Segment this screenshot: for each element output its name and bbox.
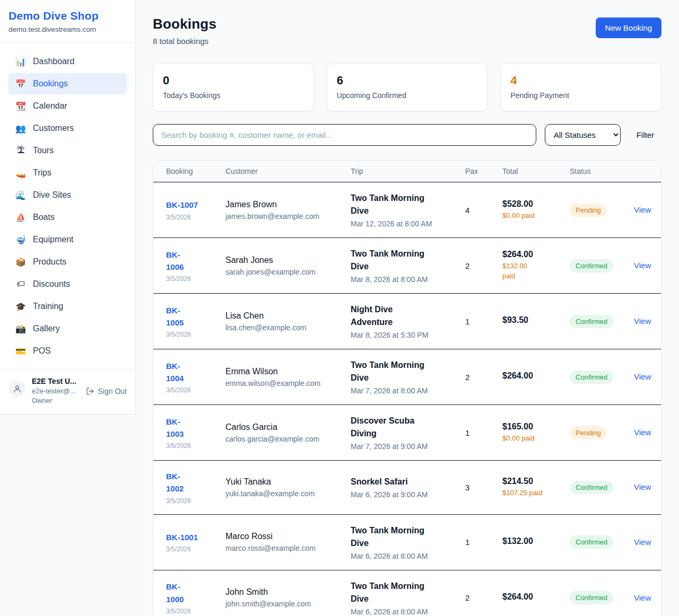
booking-id-link[interactable]: BK-1004 <box>166 360 225 385</box>
user-icon <box>13 384 22 393</box>
view-link[interactable]: View <box>634 538 651 547</box>
sidebar-item-label: Customers <box>33 124 74 133</box>
column-header-trip: Trip <box>351 167 465 175</box>
sidebar-item-boats[interactable]: ⛵ Boats <box>8 207 127 228</box>
sidebar-item-icon: 🚤 <box>15 168 26 178</box>
sidebar-item-bookings[interactable]: 📅 Bookings <box>8 73 127 94</box>
status-badge: Confirmed <box>570 371 613 384</box>
bookings-table: Booking Customer Trip Pax Total Status B… <box>153 160 661 616</box>
booking-id-link[interactable]: BK-1001 <box>166 531 225 543</box>
status-badge: Confirmed <box>570 259 613 272</box>
search-input[interactable] <box>153 124 536 146</box>
booking-cell: BK-1007 3/5/2026 <box>166 199 225 221</box>
booking-id-link[interactable]: BK-1002 <box>166 470 225 495</box>
stat-label: Today's Bookings <box>163 91 304 100</box>
new-booking-button[interactable]: New Booking <box>596 17 661 38</box>
total-amount: $264.00 <box>502 371 570 381</box>
sign-out-icon <box>86 387 94 395</box>
sidebar-nav: 📊 Dashboard 📅 Bookings 📆 Calendar 👥 Cust… <box>0 42 135 369</box>
booking-date: 3/5/2026 <box>166 497 225 505</box>
view-link[interactable]: View <box>634 316 651 325</box>
status-badge: Confirmed <box>570 535 613 549</box>
stat-value: 6 <box>337 74 478 87</box>
trip-datetime: Mar 6, 2026 at 9:00 AM <box>351 490 465 499</box>
sidebar-item-dashboard[interactable]: 📊 Dashboard <box>8 51 127 72</box>
sidebar-item-label: Discounts <box>33 279 70 289</box>
table-body: BK-1007 3/5/2026 James Brown james.brown… <box>153 182 661 616</box>
status-cell: Confirmed <box>570 259 634 272</box>
sidebar-item-trips[interactable]: 🚤 Trips <box>8 162 127 183</box>
booking-id-link[interactable]: BK-1005 <box>166 304 225 329</box>
total-amount: $132.00 <box>502 536 570 546</box>
customer-name: Yuki Tanaka <box>225 477 351 487</box>
customer-cell: Carlos Garcia carlos.garcia@example.com <box>225 423 351 443</box>
booking-cell: BK-1005 3/5/2026 <box>166 304 225 339</box>
booking-id-link[interactable]: BK-1006 <box>166 249 225 274</box>
paid-amount: $0.00 paid <box>502 211 570 221</box>
total-amount: $264.00 <box>502 592 570 602</box>
status-cell: Confirmed <box>570 535 634 549</box>
pax-cell: 2 <box>465 373 502 382</box>
sidebar-item-products[interactable]: 📦 Products <box>8 251 127 272</box>
pax-cell: 1 <box>465 317 502 326</box>
customer-name: Carlos Garcia <box>225 423 351 432</box>
sidebar-item-label: Dashboard <box>33 57 74 66</box>
sidebar-item-pos[interactable]: 💳 POS <box>8 340 127 362</box>
avatar <box>8 380 25 397</box>
customer-email: marco.rossi@example.com <box>225 544 351 552</box>
view-link[interactable]: View <box>634 372 651 381</box>
sign-out-button[interactable]: Sign Out <box>86 387 127 395</box>
view-link[interactable]: View <box>634 261 651 270</box>
sidebar-item-icon: 🌊 <box>15 190 26 200</box>
total-cell: $93.50 <box>502 315 570 327</box>
sidebar-item-icon: 🤿 <box>15 235 26 245</box>
filter-button[interactable]: Filter <box>629 126 661 144</box>
status-cell: Pending <box>570 426 634 439</box>
total-amount: $528.00 <box>502 199 570 209</box>
status-filter-select[interactable]: All Statuses <box>545 124 621 146</box>
user-name: E2E Test U... <box>32 377 80 385</box>
view-link[interactable]: View <box>634 428 651 437</box>
customer-email: john.smith@example.com <box>225 600 351 608</box>
trip-name: Discover Scuba Diving <box>351 415 433 440</box>
pax-cell: 1 <box>465 428 502 437</box>
trip-cell: Two Tank Morning Dive Mar 8, 2026 at 8:0… <box>351 248 465 284</box>
status-cell: Pending <box>570 204 634 217</box>
table-row: BK-1002 3/5/2026 Yuki Tanaka yuki.tanaka… <box>153 461 661 515</box>
column-header-booking: Booking <box>166 167 225 175</box>
sidebar-item-training[interactable]: 🎓 Training <box>8 296 127 317</box>
status-badge: Confirmed <box>570 315 613 328</box>
total-amount: $264.00 <box>502 250 570 259</box>
customer-name: Emma Wilson <box>225 367 351 376</box>
sidebar-item-label: POS <box>33 346 51 356</box>
sidebar-item-tours[interactable]: 🏝 Tours <box>8 140 127 161</box>
table-row: BK-1006 3/5/2026 Sarah Jones sarah.jones… <box>153 238 661 294</box>
booking-id-link[interactable]: BK-1007 <box>166 199 225 211</box>
total-cell: $264.00 <box>502 371 570 383</box>
sidebar-item-gallery[interactable]: 📸 Gallery <box>8 318 127 339</box>
customer-cell: Yuki Tanaka yuki.tanaka@example.com <box>225 477 351 498</box>
status-cell: Confirmed <box>570 591 634 604</box>
trip-datetime: Mar 8, 2026 at 5:30 PM <box>351 331 465 339</box>
booking-date: 3/5/2026 <box>166 442 225 450</box>
sidebar-item-customers[interactable]: 👥 Customers <box>8 118 127 139</box>
sidebar-item-equipment[interactable]: 🤿 Equipment <box>8 229 127 250</box>
trip-name: Two Tank Morning Dive <box>351 524 433 550</box>
trip-cell: Two Tank Morning Dive Mar 7, 2026 at 8:0… <box>351 359 465 395</box>
booking-id-link[interactable]: BK-1000 <box>166 580 225 605</box>
page-title: Bookings <box>153 16 216 32</box>
page-header-text: Bookings 8 total bookings <box>153 16 216 46</box>
sidebar-item-calendar[interactable]: 📆 Calendar <box>8 95 127 117</box>
table-row: BK-1005 3/5/2026 Lisa Chen lisa.chen@exa… <box>153 294 661 349</box>
sidebar-item-icon: 🏝 <box>15 146 26 155</box>
app-root: Demo Dive Shop demo.test.divestreams.com… <box>0 0 679 616</box>
view-link[interactable]: View <box>634 593 651 602</box>
sidebar-item-discounts[interactable]: 🏷 Discounts <box>8 274 127 295</box>
view-link[interactable]: View <box>634 482 651 491</box>
sidebar-item-icon: 📊 <box>15 57 26 67</box>
actions-cell: View <box>634 428 651 437</box>
total-cell: $264.00 $132.00paid <box>502 250 570 281</box>
booking-id-link[interactable]: BK-1003 <box>166 416 225 441</box>
sidebar-item-dive-sites[interactable]: 🌊 Dive Sites <box>8 184 127 206</box>
view-link[interactable]: View <box>634 205 651 214</box>
